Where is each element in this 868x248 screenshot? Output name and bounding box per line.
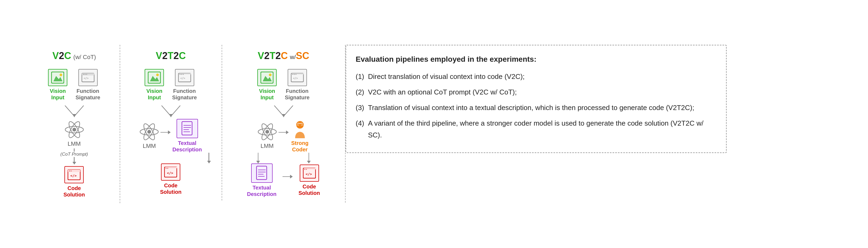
function-signature-label: FunctionSignature bbox=[75, 88, 100, 101]
svg-point-55 bbox=[296, 74, 297, 75]
sc-h-arrow bbox=[279, 130, 289, 134]
v2t2c-lmm-row: LMM TextualDescription bbox=[140, 119, 202, 153]
svg-point-50 bbox=[269, 73, 272, 76]
main-container: V2C (w/ CoT) VisionInput bbox=[18, 39, 850, 209]
sc-lmm-label: LMM bbox=[260, 143, 274, 150]
svg-rect-44 bbox=[165, 167, 177, 168]
svg-rect-52 bbox=[292, 73, 304, 74]
sc-2a: 2 bbox=[264, 50, 269, 61]
vision-input-icon bbox=[48, 69, 67, 86]
sc-inputs: VisionInput </> FunctionSignature bbox=[257, 69, 309, 101]
pipeline-v2t2c-title: V2T2C bbox=[156, 50, 186, 61]
svg-point-72 bbox=[304, 169, 305, 170]
sc-lmm-atom bbox=[257, 122, 277, 142]
description-panel: Evaluation pipelines employed in the exp… bbox=[346, 45, 726, 153]
desc-num-1: (1) bbox=[356, 70, 366, 83]
sc-c: C bbox=[281, 50, 288, 61]
v2t2c-code-tag-svg: </> bbox=[178, 72, 191, 83]
svg-text:</>: </> bbox=[84, 77, 89, 80]
sc-code-label: CodeSolution bbox=[299, 183, 320, 196]
v2t2c-vision-label: VisionInput bbox=[147, 88, 163, 101]
svg-point-2 bbox=[60, 73, 62, 76]
description-title: Evaluation pipelines employed in the exp… bbox=[356, 53, 716, 66]
sc-func-icon: </> bbox=[288, 69, 307, 86]
svg-marker-59 bbox=[282, 114, 285, 117]
sc-converge bbox=[259, 105, 308, 119]
desc-num-4: (4) bbox=[356, 117, 366, 141]
v2t2c-func-sig: </> FunctionSignature bbox=[172, 69, 197, 101]
svg-point-45 bbox=[165, 168, 166, 169]
v2t2c-mountain-svg bbox=[148, 72, 161, 84]
v2t2c-vision-input: VisionInput bbox=[145, 69, 164, 101]
desc-item-2: (2) V2C with an optional CoT prompt (V2C… bbox=[356, 86, 716, 98]
sc-v: V bbox=[257, 50, 264, 61]
svg-text:</>: </> bbox=[306, 172, 312, 176]
svg-point-27 bbox=[180, 74, 181, 75]
sc-t: T bbox=[270, 50, 276, 61]
desc-text-2: V2C with an optional CoT prompt (V2C w/ … bbox=[368, 86, 517, 98]
v2t2c-h-arrow bbox=[160, 130, 170, 134]
t2-c: C bbox=[179, 50, 186, 61]
v2t2c-inputs: VisionInput </> FunctionSignature bbox=[145, 69, 197, 101]
pipeline-v2t2c-sc-title: V2T2C w/ SC bbox=[257, 50, 309, 61]
sc-code-solution: </> CodeSolution bbox=[299, 164, 320, 196]
v2t2c-code-solution: </> CodeSolution bbox=[160, 163, 182, 195]
sc-lmm: LMM bbox=[257, 122, 277, 150]
strong-coder-svg bbox=[290, 119, 310, 138]
v2c-lmm: LMM bbox=[65, 120, 84, 147]
sc-vision-label: VisionInput bbox=[259, 88, 275, 101]
sc-bottom-h-arrow bbox=[282, 175, 293, 179]
svg-point-8 bbox=[86, 74, 87, 75]
sc-code-icon: </> bbox=[300, 164, 319, 182]
sc-sc: SC bbox=[296, 50, 309, 61]
v2c-cot-flow: (CoT Prompt) bbox=[60, 148, 88, 164]
svg-point-16 bbox=[72, 128, 76, 131]
title-c: C bbox=[64, 50, 71, 61]
svg-point-24 bbox=[156, 73, 159, 76]
function-signature-box: </> FunctionSignature bbox=[75, 69, 100, 101]
svg-rect-22 bbox=[148, 72, 160, 83]
mountain-svg bbox=[51, 72, 64, 84]
lmm-atom-svg bbox=[65, 120, 84, 139]
vision-input-label: VisionInput bbox=[50, 88, 66, 101]
svg-point-28 bbox=[181, 74, 182, 75]
svg-point-54 bbox=[294, 74, 295, 75]
svg-point-73 bbox=[306, 169, 307, 170]
desc-num-3: (3) bbox=[356, 102, 366, 114]
svg-point-53 bbox=[292, 74, 293, 75]
svg-rect-0 bbox=[52, 72, 64, 83]
sc-textual-svg bbox=[256, 165, 268, 181]
sc-subtitle: w/ bbox=[290, 54, 296, 61]
sc-code-svg: </> bbox=[303, 168, 316, 179]
sc-vision-input: VisionInput bbox=[257, 69, 277, 101]
code-box-svg: </> bbox=[68, 169, 81, 180]
svg-marker-33 bbox=[169, 114, 173, 117]
svg-text:</>: </> bbox=[167, 171, 173, 175]
strong-coder-label: StrongCoder bbox=[291, 140, 308, 153]
code-solution-icon: </> bbox=[64, 166, 84, 183]
svg-rect-5 bbox=[82, 73, 94, 74]
svg-point-6 bbox=[83, 74, 84, 75]
v2t2c-func-icon: </> bbox=[175, 69, 194, 86]
function-signature-icon: </> bbox=[79, 69, 98, 86]
pipeline-v2c-title: V2C (w/ CoT) bbox=[52, 50, 96, 61]
desc-num-2: (2) bbox=[356, 86, 366, 98]
sc-two-arrows bbox=[227, 153, 340, 163]
sc-mountain-svg bbox=[260, 72, 273, 84]
textual-desc-icon bbox=[177, 119, 198, 138]
code-solution-label: CodeSolution bbox=[64, 185, 85, 198]
title-v: V bbox=[52, 50, 59, 61]
sc-coder-down-arrow bbox=[307, 153, 311, 163]
svg-rect-71 bbox=[304, 168, 316, 169]
v2t2c-down-arrow-container bbox=[126, 153, 216, 163]
sc-code-tag-svg: </> bbox=[291, 72, 304, 83]
svg-point-19 bbox=[69, 170, 70, 172]
sc-bottom-row: TextualDescription </> Cod bbox=[247, 163, 320, 197]
v2t2c-lmm-label: LMM bbox=[143, 143, 156, 150]
textual-desc-box: TextualDescription bbox=[172, 119, 202, 153]
pipeline-v2t2c: V2T2C VisionInput bbox=[120, 45, 222, 200]
svg-rect-48 bbox=[261, 72, 273, 83]
v2t2c-down-arrow bbox=[207, 153, 211, 163]
t2-t: T bbox=[168, 50, 174, 61]
sc-vision-icon bbox=[257, 69, 277, 86]
